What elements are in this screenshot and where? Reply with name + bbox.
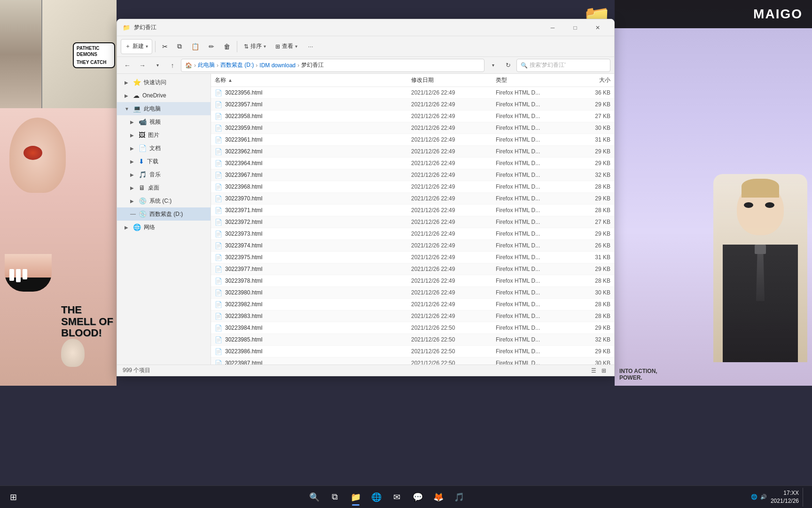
sidebar-item-system-c[interactable]: ▶ 💿 系统 (C:) xyxy=(117,194,211,207)
table-row[interactable]: 📄 30223970.html 2021/12/26 22:49 Firefox… xyxy=(211,193,614,205)
table-row[interactable]: 📄 30223977.html 2021/12/26 22:49 Firefox… xyxy=(211,263,614,275)
file-size-cell: 28 KB xyxy=(577,278,614,284)
start-button[interactable]: ⊞ xyxy=(4,488,23,507)
file-date-cell: 2021/12/26 22:49 xyxy=(407,254,492,261)
table-row[interactable]: 📄 30223967.html 2021/12/26 22:49 Firefox… xyxy=(211,169,614,181)
pictures-icon: 🖼 xyxy=(139,131,145,139)
col-header-name[interactable]: 名称 ▲ xyxy=(211,74,407,87)
rename-button[interactable]: ✏ xyxy=(205,39,218,54)
file-name-cell: 📄 30223957.html xyxy=(211,101,407,108)
chevron-icon: ▶ xyxy=(130,159,136,164)
list-view-button[interactable]: ☰ xyxy=(589,366,598,375)
cut-button[interactable]: ✂ xyxy=(158,39,172,54)
table-row[interactable]: 📄 30223956.html 2021/12/26 22:49 Firefox… xyxy=(211,87,614,99)
taskbar: ⊞ 🔍 ⧉ 📁 🌐 ✉ 💬 🦊 🎵 🌐 🔊 17:XX 2021/12/26 xyxy=(0,485,812,508)
taskbar-mail[interactable]: ✉ xyxy=(388,488,406,507)
breadcrumb-drive-d[interactable]: 西数紫盘 (D:) xyxy=(220,61,254,69)
taskbar-edge[interactable]: 🌐 xyxy=(367,488,386,507)
sidebar-item-this-pc[interactable]: ▼ 💻 此电脑 xyxy=(117,102,211,115)
back-button[interactable]: ← xyxy=(121,59,134,72)
sidebar-item-downloads[interactable]: ▶ ⬇ 下载 xyxy=(117,155,211,168)
taskbar-task-view[interactable]: ⧉ xyxy=(326,488,344,507)
sidebar-label-videos: 视频 xyxy=(149,118,161,126)
table-row[interactable]: 📄 30223982.html 2021/12/26 22:49 Firefox… xyxy=(211,299,614,310)
delete-icon: 🗑 xyxy=(224,43,230,50)
recent-button[interactable]: ▾ xyxy=(151,59,164,72)
file-list[interactable]: 名称 ▲ 修改日期 类型 大小 📄 30223956.html 2021/12/… xyxy=(211,74,614,365)
sidebar-item-network[interactable]: ▶ 🌐 网络 xyxy=(117,221,211,234)
maximize-button[interactable]: □ xyxy=(564,19,586,36)
table-row[interactable]: 📄 30223980.html 2021/12/26 22:49 Firefox… xyxy=(211,287,614,299)
sidebar-item-videos[interactable]: ▶ 📹 视频 xyxy=(117,115,211,128)
file-name: 30223961.html xyxy=(225,136,262,143)
grid-view-button[interactable]: ⊞ xyxy=(599,366,609,375)
up-button[interactable]: ↑ xyxy=(166,59,179,72)
delete-button[interactable]: 🗑 xyxy=(220,39,234,54)
file-name-cell: 📄 30223956.html xyxy=(211,89,407,96)
chevron-icon: ▶ xyxy=(130,172,136,177)
table-row[interactable]: 📄 30223983.html 2021/12/26 22:49 Firefox… xyxy=(211,310,614,322)
table-row[interactable]: 📄 30223987.html 2021/12/26 22:50 Firefox… xyxy=(211,357,614,365)
sidebar-item-drive-d[interactable]: — 💿 西数紫盘 (D:) xyxy=(117,207,211,221)
breadcrumb-bar[interactable]: 🏠 › 此电脑 › 西数紫盘 (D:) › IDM download › 梦幻香… xyxy=(181,59,484,72)
table-row[interactable]: 📄 30223957.html 2021/12/26 22:49 Firefox… xyxy=(211,99,614,111)
clock-time: 17:XX xyxy=(771,489,799,497)
show-desktop-button[interactable] xyxy=(803,488,804,507)
taskbar-search[interactable]: 🔍 xyxy=(305,488,324,507)
volume-tray-icon[interactable]: 🔊 xyxy=(760,494,767,500)
table-row[interactable]: 📄 30223975.html 2021/12/26 22:49 Firefox… xyxy=(211,252,614,263)
table-row[interactable]: 📄 30223973.html 2021/12/26 22:49 Firefox… xyxy=(211,228,614,240)
table-row[interactable]: 📄 30223974.html 2021/12/26 22:49 Firefox… xyxy=(211,240,614,252)
sort-button[interactable]: ⇅ 排序 ▾ xyxy=(240,39,270,54)
file-name: 30223980.html xyxy=(225,289,262,296)
sidebar-item-quick-access[interactable]: ▶ ⭐ 快速访问 xyxy=(117,76,211,89)
sidebar-item-desktop[interactable]: ▶ 🖥 桌面 xyxy=(117,181,211,194)
col-header-date[interactable]: 修改日期 xyxy=(407,76,492,84)
sidebar-item-music[interactable]: ▶ 🎵 音乐 xyxy=(117,168,211,181)
table-row[interactable]: 📄 30223986.html 2021/12/26 22:50 Firefox… xyxy=(211,346,614,357)
html-file-icon: 📄 xyxy=(215,242,222,249)
breadcrumb-this-pc[interactable]: 此电脑 xyxy=(198,61,215,69)
breadcrumb-idm[interactable]: IDM download xyxy=(259,62,296,69)
copy-button[interactable]: ⧉ xyxy=(173,39,186,54)
table-row[interactable]: 📄 30223984.html 2021/12/26 22:50 Firefox… xyxy=(211,322,614,334)
close-button[interactable]: ✕ xyxy=(587,19,609,36)
view-toggle-buttons: ☰ ⊞ xyxy=(589,366,609,375)
sidebar-item-pictures[interactable]: ▶ 🖼 图片 xyxy=(117,128,211,142)
table-row[interactable]: 📄 30223958.html 2021/12/26 22:49 Firefox… xyxy=(211,111,614,122)
sidebar-item-documents[interactable]: ▶ 📄 文档 xyxy=(117,142,211,155)
search-bar[interactable]: 🔍 搜索'梦幻香江' xyxy=(516,59,610,72)
file-type-cell: Firefox HTML D... xyxy=(492,289,577,296)
more-button[interactable]: ··· xyxy=(303,39,318,54)
new-button[interactable]: ＋ 新建 ▾ xyxy=(121,39,152,54)
table-row[interactable]: 📄 30223971.html 2021/12/26 22:49 Firefox… xyxy=(211,205,614,216)
table-row[interactable]: 📄 30223972.html 2021/12/26 22:49 Firefox… xyxy=(211,216,614,228)
taskbar-spotify[interactable]: 🎵 xyxy=(450,488,468,507)
sort-asc-icon: ▲ xyxy=(228,78,233,83)
breadcrumb-expand-button[interactable]: ▾ xyxy=(486,59,500,72)
col-header-type[interactable]: 类型 xyxy=(492,76,577,84)
table-row[interactable]: 📄 30223961.html 2021/12/26 22:49 Firefox… xyxy=(211,134,614,146)
table-row[interactable]: 📄 30223964.html 2021/12/26 22:49 Firefox… xyxy=(211,158,614,169)
forward-button[interactable]: → xyxy=(136,59,149,72)
taskbar-wechat[interactable]: 💬 xyxy=(408,488,427,507)
network-tray-icon[interactable]: 🌐 xyxy=(751,494,757,500)
col-header-size[interactable]: 大小 xyxy=(577,76,614,84)
paste-button[interactable]: 📋 xyxy=(187,39,203,54)
taskbar-explorer[interactable]: 📁 xyxy=(346,488,365,507)
table-row[interactable]: 📄 30223978.html 2021/12/26 22:49 Firefox… xyxy=(211,275,614,287)
minimize-button[interactable]: ─ xyxy=(542,19,563,36)
table-row[interactable]: 📄 30223962.html 2021/12/26 22:49 Firefox… xyxy=(211,146,614,158)
file-type-cell: Firefox HTML D... xyxy=(492,207,577,214)
file-size-cell: 29 KB xyxy=(577,101,614,108)
taskbar-clock[interactable]: 17:XX 2021/12/26 xyxy=(771,489,799,505)
taskbar-firefox[interactable]: 🦊 xyxy=(429,488,448,507)
table-row[interactable]: 📄 30223968.html 2021/12/26 22:49 Firefox… xyxy=(211,181,614,193)
refresh-button[interactable]: ↻ xyxy=(501,59,515,72)
table-row[interactable]: 📄 30223959.html 2021/12/26 22:49 Firefox… xyxy=(211,122,614,134)
breadcrumb-home-icon: 🏠 xyxy=(185,62,192,69)
toolbar-separator-2 xyxy=(237,41,237,52)
view-button[interactable]: ⊞ 查看 ▾ xyxy=(272,39,301,54)
sidebar-item-onedrive[interactable]: ▶ ☁ OneDrive xyxy=(117,89,211,102)
table-row[interactable]: 📄 30223985.html 2021/12/26 22:50 Firefox… xyxy=(211,334,614,346)
